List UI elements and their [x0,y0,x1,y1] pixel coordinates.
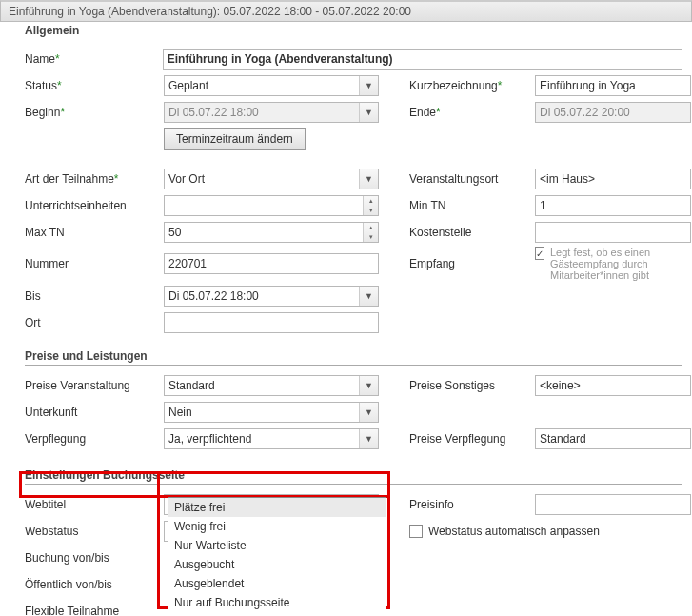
label-name: Name* [25,52,163,66]
label-flexteil: Flexible Teilnahme [25,605,164,617]
input-kurzbezeichnung[interactable]: Einführung in Yoga [535,75,691,96]
chevron-down-icon: ▼ [359,169,378,189]
dropdown-option[interactable]: Nur auf Buchungsseite [168,593,386,612]
label-kostenstelle: Kostenstelle [409,226,535,239]
input-preisinfo[interactable] [535,494,691,515]
chevron-down-icon: ▼ [359,376,378,395]
label-webtitel: Webtitel [25,498,164,511]
section-allgemein: Allgemein [25,22,682,39]
dropdown-option[interactable]: Plätze frei [168,498,386,517]
label-ue: Unterrichtseinheiten [25,199,164,212]
label-verpflegung: Verpflegung [25,432,164,446]
input-kostenstelle[interactable] [535,222,691,243]
label-pverpflegung: Preise Verpflegung [409,432,535,446]
select-unterkunft[interactable]: Nein▼ [164,402,379,423]
checkbox-webstatus-auto[interactable] [409,525,423,538]
label-ort: Ort [25,316,164,329]
label-status: Status* [25,79,164,92]
input-ende: Di 05.07.22 20:00 [535,102,691,123]
chevron-down-icon: ▼ [359,403,378,422]
label-pv: Preise Veranstaltung [25,379,164,392]
input-bis[interactable]: Di 05.07.22 18:00▼ [164,286,379,307]
calendar-icon: ▼ [359,103,378,122]
label-preisinfo: Preisinfo [409,498,535,511]
input-ue[interactable]: ▴▾ [164,195,379,216]
input-maxtn[interactable]: 50▴▾ [164,222,379,243]
hint-empfang: Legt fest, ob es einen Gästeempfang durc… [550,247,691,281]
input-name[interactable]: Einführung in Yoga (Abendveranstaltung) [163,49,682,70]
label-art: Art der Teilnahme* [25,172,164,186]
select-verpflegung[interactable]: Ja, verpflichtend▼ [164,428,379,449]
input-beginn: Di 05.07.22 18:00▼ [164,102,379,123]
dropdown-option[interactable]: Ausgebucht [168,555,386,574]
input-ort[interactable] [164,312,379,333]
dropdown-option[interactable]: Wenig frei [168,517,386,536]
section-preise: Preise und Leistungen [25,344,682,366]
label-unterkunft: Unterkunft [25,406,164,419]
label-ende: Ende* [409,106,535,119]
spinner-icon[interactable]: ▴▾ [363,196,378,215]
select-pverpflegung[interactable]: Standard [535,428,691,449]
label-nummer: Nummer [25,257,164,270]
window-titlebar: Einführung in Yoga (Abendveranstaltung):… [0,0,692,22]
input-nummer[interactable]: 220701 [164,253,379,274]
select-art[interactable]: Vor Ort▼ [164,169,379,189]
chevron-down-icon: ▼ [359,429,378,448]
label-kurzbezeichnung: Kurzbezeichnung* [409,79,535,92]
section-buchung: Einstellungen Buchungsseite [25,463,682,485]
dropdown-option[interactable]: Storniert [168,612,386,616]
button-terminzeitraum[interactable]: Terminzeitraum ändern [164,128,306,150]
checkbox-empfang[interactable]: ✓ [535,247,544,260]
label-beginn: Beginn* [25,106,164,119]
label-mintn: Min TN [409,199,535,212]
label-ps: Preise Sonstiges [409,379,535,392]
spinner-icon[interactable]: ▴▾ [363,223,378,242]
chevron-down-icon: ▼ [359,287,378,306]
label-webstatus: Webstatus [25,525,164,538]
label-maxtn: Max TN [25,226,164,239]
label-bis: Bis [25,289,164,303]
label-oeffentlich: Öffentlich von/bis [25,578,164,591]
dropdown-option[interactable]: Ausgeblendet [168,574,386,593]
select-status[interactable]: Geplant▼ [164,75,379,96]
chevron-down-icon: ▼ [359,76,378,95]
label-empfang: Empfang [409,257,535,270]
label-webstatus-auto: Webstatus automatisch anpassen [428,525,600,538]
select-veranstaltungsort[interactable]: <im Haus> [535,169,691,189]
label-buchung: Buchung von/bis [25,551,164,565]
input-mintn[interactable]: 1 [535,195,691,216]
label-veranstaltungsort: Veranstaltungsort [409,172,535,186]
select-ps[interactable]: <keine> [535,375,691,396]
dropdown-option[interactable]: Nur Warteliste [168,536,386,555]
webstatus-dropdown[interactable]: Plätze frei Wenig frei Nur Warteliste Au… [168,497,386,616]
select-pv[interactable]: Standard▼ [164,375,379,396]
